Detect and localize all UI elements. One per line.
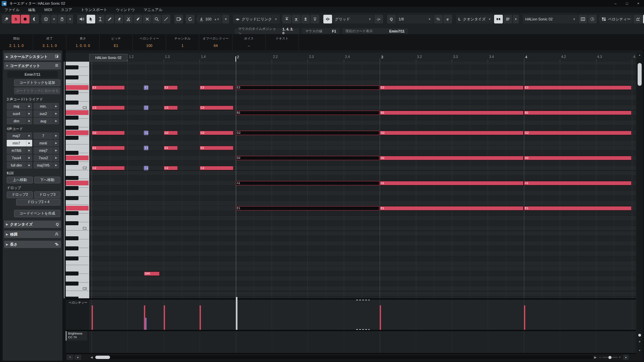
stepper-icon[interactable]: ▲▼ bbox=[214, 18, 219, 21]
info-field-value[interactable]: 100 bbox=[133, 44, 166, 48]
autoscroll-button[interactable] bbox=[174, 15, 183, 23]
time-format-clock-button[interactable] bbox=[588, 15, 597, 23]
chord-audition-icon[interactable]: ▶ bbox=[26, 155, 32, 161]
midi-note[interactable]: E3 bbox=[236, 85, 380, 90]
piano-key-black[interactable] bbox=[66, 211, 78, 215]
chord-audition-icon[interactable]: ▶ bbox=[53, 162, 59, 169]
move-up-chord-button[interactable]: 上へ移動 bbox=[7, 177, 33, 183]
velocity-bar[interactable] bbox=[92, 305, 93, 330]
chord-type-aug[interactable]: aug▶ bbox=[34, 118, 59, 124]
info-field-value[interactable]: 1 bbox=[166, 44, 199, 48]
scroll-left-icon[interactable]: ◀ bbox=[89, 356, 94, 359]
info-field-value[interactable]: E1 bbox=[100, 44, 132, 48]
chord-type-sus4[interactable]: sus4▶ bbox=[7, 110, 32, 117]
select-tool-button[interactable] bbox=[87, 15, 95, 23]
glue-tool-button[interactable] bbox=[133, 15, 142, 23]
velocity-scale-dashes[interactable] bbox=[356, 300, 370, 300]
chord-type-m7/b5[interactable]: m7/b5▶ bbox=[7, 147, 32, 154]
chord-type-maj[interactable]: maj▶ bbox=[7, 103, 32, 110]
piano-key-highlighted[interactable] bbox=[66, 206, 89, 210]
midi-note[interactable]: E3 bbox=[92, 85, 125, 90]
piano-key-black[interactable] bbox=[66, 101, 78, 105]
chord-audition-icon[interactable]: ▶ bbox=[26, 147, 32, 154]
part-selector-dropdown[interactable]: HALion Sonic 02 ▼ bbox=[523, 15, 578, 23]
link-to-grid-dropdown[interactable]: ◀▶ グリッドにリンク ▼ bbox=[233, 15, 279, 23]
midi-note[interactable]: B2 bbox=[236, 111, 380, 115]
midi-note[interactable]: A1 bbox=[380, 181, 524, 185]
snap-type-dropdown[interactable]: グリッド ▼ bbox=[333, 15, 374, 23]
horizontal-scrollbar[interactable] bbox=[94, 355, 593, 359]
section-scale-assistant[interactable]: ▶ スケールアシスタント bbox=[4, 53, 61, 60]
close-button[interactable]: × bbox=[633, 0, 644, 7]
chord-audition-icon[interactable]: ▶ bbox=[26, 110, 32, 117]
midi-note[interactable]: E2 bbox=[200, 146, 233, 150]
chord-type-minj7[interactable]: minj7▶ bbox=[34, 147, 59, 154]
move-up-button[interactable] bbox=[282, 15, 291, 23]
controller-lane-preset-dropdown[interactable]: ▼ bbox=[74, 355, 81, 360]
menu-item-トランスポート[interactable]: トランスポート bbox=[76, 7, 112, 12]
midi-note[interactable]: E2 bbox=[92, 146, 125, 150]
chord-type-full dim[interactable]: full dim▶ bbox=[7, 162, 32, 169]
piano-key-highlighted[interactable] bbox=[66, 130, 89, 135]
piano-key-black[interactable] bbox=[66, 256, 78, 260]
horizontal-zoom-knob[interactable] bbox=[608, 356, 611, 359]
midi-note[interactable]: E3 bbox=[524, 85, 632, 90]
chord-audition-icon[interactable]: ▶ bbox=[53, 140, 59, 146]
scroll-right-icon[interactable]: ▶ bbox=[593, 356, 598, 359]
pin-button[interactable] bbox=[2, 15, 11, 23]
midi-note[interactable]: B2 bbox=[380, 111, 524, 115]
midi-note[interactable]: G2 bbox=[144, 131, 148, 135]
midi-note[interactable]: E1 bbox=[524, 206, 632, 210]
midi-note[interactable]: G2 bbox=[200, 131, 233, 135]
erase-tool-button[interactable] bbox=[115, 15, 123, 23]
scroll-down-icon[interactable]: ▼ bbox=[637, 349, 642, 352]
midi-note[interactable]: D#0 bbox=[144, 272, 160, 276]
menu-item-ウィンドウ[interactable]: ウィンドウ bbox=[112, 7, 139, 12]
drop3-button[interactable]: ドロップ3 bbox=[34, 191, 60, 198]
section-chord-edit[interactable]: ▼ コードエディット bbox=[4, 62, 61, 69]
chord-type-min7[interactable]: min7▶ bbox=[7, 140, 32, 146]
cc-lane-label[interactable]: Brightness CC 74 bbox=[66, 331, 87, 341]
chord-audition-icon[interactable]: ▶ bbox=[53, 118, 59, 124]
vertical-zoom-in-icon[interactable]: + bbox=[637, 340, 642, 344]
midi-note[interactable]: A1 bbox=[524, 181, 632, 185]
midi-note[interactable]: G2 bbox=[92, 131, 125, 135]
piano-key-highlighted[interactable] bbox=[66, 156, 89, 160]
move-down-button[interactable] bbox=[292, 15, 301, 23]
midi-note[interactable]: C3 bbox=[92, 106, 125, 110]
midi-note[interactable]: G2 bbox=[524, 131, 632, 135]
chord-audition-icon[interactable]: ▶ bbox=[26, 103, 32, 110]
show-part-borders-button[interactable] bbox=[579, 15, 587, 23]
midi-note[interactable]: E2 bbox=[144, 146, 148, 150]
insert-velocity-dropdown[interactable]: ▼ bbox=[222, 15, 229, 23]
menu-item-ファイル[interactable]: ファイル bbox=[0, 7, 24, 12]
menu-item-マニュアル[interactable]: マニュアル bbox=[139, 7, 167, 12]
acoustic-feedback-button[interactable] bbox=[21, 15, 30, 23]
chord-audition-icon[interactable]: ▶ bbox=[53, 103, 59, 110]
midi-note[interactable]: E2 bbox=[164, 146, 178, 150]
midi-note[interactable]: D2 bbox=[380, 156, 524, 160]
octave-up-button[interactable] bbox=[301, 15, 310, 23]
chord-audition-icon[interactable]: ▶ bbox=[53, 147, 59, 154]
midi-note[interactable]: A1 bbox=[236, 181, 380, 185]
chord-type-7sus4[interactable]: 7sus4▶ bbox=[7, 155, 32, 161]
mute-tool-button[interactable] bbox=[143, 15, 152, 23]
piano-keyboard[interactable]: C3C2C1C0 bbox=[66, 62, 89, 298]
zoom-in-icon[interactable]: + bbox=[618, 356, 622, 359]
midi-note[interactable]: B2 bbox=[524, 111, 632, 115]
solo-button[interactable]: S bbox=[11, 15, 20, 23]
chord-audition-icon[interactable]: ▶ bbox=[26, 140, 32, 146]
piano-key-black[interactable] bbox=[66, 90, 78, 95]
chord-type-sus2[interactable]: sus2▶ bbox=[34, 110, 59, 117]
chord-type-maj7[interactable]: maj7▶ bbox=[7, 132, 32, 139]
midi-note[interactable]: E3 bbox=[164, 85, 178, 90]
piano-key-highlighted[interactable] bbox=[66, 85, 89, 90]
maximize-button[interactable]: □ bbox=[621, 0, 633, 7]
independent-loop-button[interactable] bbox=[186, 15, 195, 23]
velocity-bar[interactable] bbox=[524, 305, 525, 330]
event-display-button[interactable] bbox=[58, 15, 66, 23]
pitch-visibility-button[interactable] bbox=[42, 15, 50, 23]
match-chord-track-button[interactable]: コードトラックに合わせる bbox=[14, 87, 60, 94]
velocity-bar[interactable] bbox=[164, 305, 165, 330]
window-layout-button[interactable] bbox=[634, 15, 642, 23]
